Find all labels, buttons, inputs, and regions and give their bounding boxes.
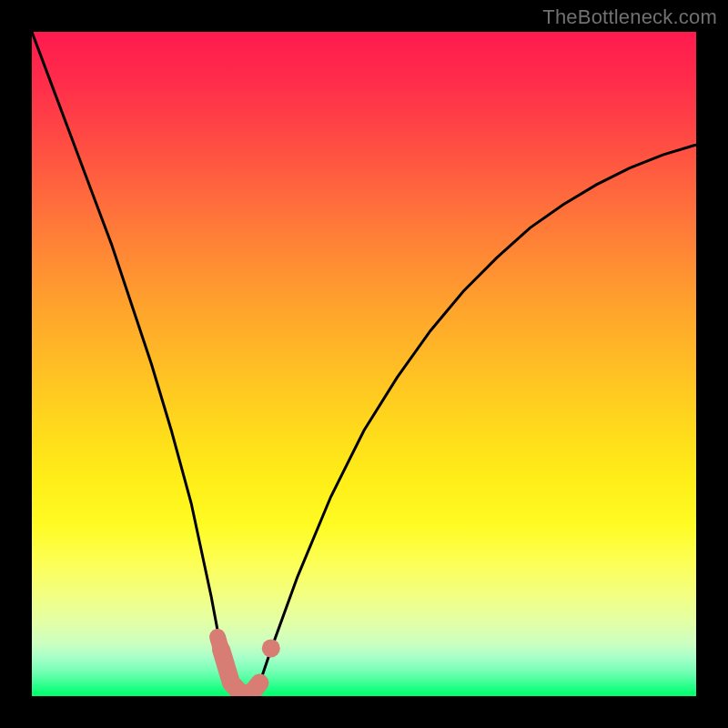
trough-marker	[221, 650, 259, 693]
curve-markers	[217, 637, 280, 693]
marker-tail	[217, 637, 221, 650]
bottleneck-curve	[32, 32, 696, 696]
curve-line	[32, 32, 696, 693]
chart-frame: TheBottleneck.com	[0, 0, 728, 728]
watermark-text: TheBottleneck.com	[542, 5, 717, 29]
marker-dot	[262, 639, 280, 657]
plot-area	[32, 32, 696, 696]
